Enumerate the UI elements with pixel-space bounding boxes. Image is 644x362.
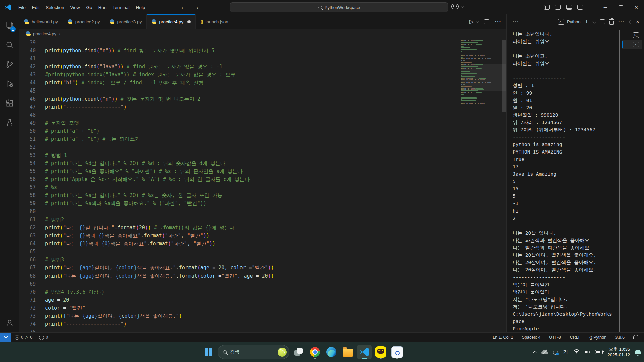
code-line-42: 42print(python.find("Java")) # find 원하는 … [19,63,507,71]
extensions-icon[interactable] [2,95,18,112]
tray-chevron-up-icon[interactable] [533,351,537,355]
status-item-3[interactable]: CRLF [570,335,581,340]
remote-indicator[interactable]: >< [0,333,11,342]
run-debug-icon[interactable] [2,75,18,92]
code-line-39: 39 [19,39,507,47]
chrome-app-button[interactable] [308,345,322,359]
code-text: print("나는 {age}살이며, {color}색을 좋아해요.".for… [36,272,274,280]
ports-indicator[interactable]: 0 [36,335,48,340]
menu-view[interactable]: View [67,3,83,12]
edge-app-button[interactable] [324,345,339,359]
new-terminal-button[interactable]: + [585,19,589,25]
terminal-line: 저는 "나도코딩"입니다. [513,296,619,303]
vscode-app-button[interactable] [357,345,372,359]
run-python-button[interactable]: ▷ [469,19,478,25]
breadcrumb[interactable]: practice4.py › ... [19,29,507,38]
start-button[interactable] [201,345,216,359]
clock-time: 오후 10:35 [608,346,630,352]
editor-more-actions[interactable]: ··· [495,19,501,25]
back-arrow-button[interactable]: ← [180,4,186,11]
toggle-secondary-sidebar-icon[interactable] [577,5,583,10]
account-icon[interactable] [2,314,18,331]
terminal-more-actions[interactable]: ··· [618,19,625,25]
code-line-70: 70# 방법4 (v.3.6 이상~) [19,288,507,296]
minimize-button[interactable]: ─ [598,0,613,14]
menu-selection[interactable]: Selection [43,3,67,12]
code-text: # print("Apple 은 %c로 시작해요." % "A") # %c … [36,175,250,183]
code-editor[interactable]: 3940print(python.find("n")) # find 찾는 문자… [19,39,507,353]
tab-practice3.py[interactable]: practice3.py [105,14,147,29]
restore-button[interactable] [613,0,629,14]
sync-update-icon[interactable] [553,350,558,355]
menu-file[interactable]: File [15,3,29,12]
kakaotalk-icon: TALK [375,346,386,358]
modified-dot-icon[interactable] [187,20,191,23]
toggle-panel-icon[interactable] [566,5,572,10]
line-number: 45 [19,87,36,95]
source-control-icon[interactable] [2,56,18,73]
panel-more-actions[interactable]: ··· [513,19,519,25]
terminal-scrollbar[interactable] [619,30,620,349]
terminal-output[interactable]: 나는 소년입니다.파이썬은 쉬워요나는 소년이고,파이썬은 쉬워요-------… [513,30,619,351]
chevron-left-icon[interactable] [628,20,632,24]
taskbar-search[interactable]: 검색 [218,345,289,359]
copilot-menu[interactable] [451,4,463,9]
terminal-tab-2-active[interactable]: >_ [622,40,642,49]
search-sidebar-icon[interactable] [2,37,18,53]
ime-indicator[interactable]: 가 [563,349,568,355]
toggle-sidebar-icon[interactable] [555,5,561,10]
terminal-profile-dropdown[interactable] [593,19,596,23]
problems-indicator[interactable]: × 0 △ 0 [15,335,32,340]
wifi-icon[interactable] [573,350,580,355]
line-number: 54 [19,159,36,167]
code-text: print("나는 {}살 입니다.".format(20)) # .fomat… [36,224,234,232]
kakaotalk-app-button[interactable]: TALK [373,345,388,359]
task-view-button[interactable] [291,345,306,359]
status-item-1[interactable]: Spaces: 4 [522,335,541,340]
menu-terminal[interactable]: Terminal [109,3,132,12]
run-dropdown-icon[interactable] [476,19,479,23]
customize-layout-icon[interactable] [544,5,550,10]
code-text: print("나는 {age}살이며, {color}색을 좋아해요.".for… [36,264,274,272]
status-item-0[interactable]: Ln 1, Col 1 [493,335,513,340]
terminal-line: C:\Users\jiann\Desktop\PythonWorks [513,310,619,318]
status-item-5[interactable]: 3.8.6 [615,335,625,340]
hangul-app-button[interactable] [390,345,405,359]
testing-icon[interactable] [2,114,18,131]
line-number: 67 [19,264,36,272]
forward-arrow-button[interactable]: → [193,4,199,11]
close-panel-button[interactable]: × [636,19,639,25]
status-item-2[interactable]: UTF-8 [549,335,561,340]
command-center-search[interactable]: PythonWorkspace [230,2,448,12]
menu-go[interactable]: Go [83,3,95,12]
notification-bell-icon[interactable] [635,350,641,354]
tab-launch.json[interactable]: {}launch.json [196,14,233,29]
onedrive-paused-icon[interactable] [541,351,548,354]
code-text: print(f"나는 {age}살이며, {color}색을 좋아해요.") [36,312,182,320]
menu-edit[interactable]: Edit [29,3,43,12]
taskbar-clock[interactable]: 오후 10:35 2025-01-12 [608,346,630,358]
code-line-47: 47print("------------------") [19,103,507,111]
minimap[interactable] [461,40,501,113]
code-line-48: 48 [19,111,507,119]
menu-help[interactable]: Help [132,3,148,12]
tab-practice2.py[interactable]: practice2.py [63,14,105,29]
volume-icon[interactable] [585,350,590,354]
close-button[interactable]: × [629,0,644,14]
terminal-line: 파이썬은 쉬워요 [513,60,619,67]
code-text: print(python.find("n")) # find 찾는 문자가 몇번… [36,47,214,55]
file-explorer-button[interactable] [340,345,355,359]
notifications-bell-icon[interactable] [633,335,638,339]
battery-icon[interactable] [595,350,603,354]
terminal-tab-1[interactable]: >_ [622,30,642,40]
menu-run[interactable]: Run [95,3,110,12]
editor-scrollbar[interactable] [502,40,506,112]
explorer-icon[interactable]: 1 [2,17,18,34]
tab-practice4.py[interactable]: practice4.py [147,14,196,29]
kill-terminal-button[interactable] [609,21,614,25]
status-item-4[interactable]: {} Python [589,335,606,340]
terminal-line: 나는 빨간색과 파란색을 좋아해요 [513,244,619,251]
tab-helloworld.py[interactable]: helloworld.py [19,14,63,29]
split-terminal-button[interactable] [600,19,605,24]
split-editor-button[interactable] [484,19,489,24]
